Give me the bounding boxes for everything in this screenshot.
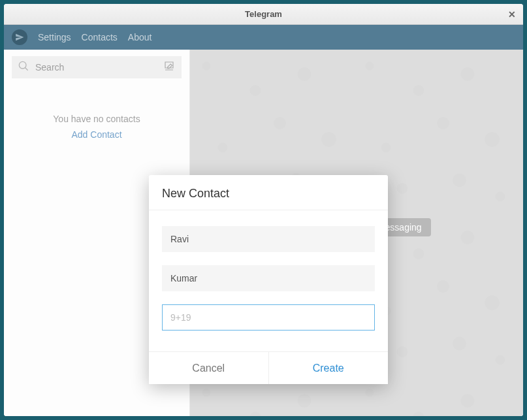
menubar: Settings Contacts About xyxy=(4,25,523,50)
close-window-button[interactable]: ✕ xyxy=(506,8,518,20)
app-window: Telegram ✕ Settings Contacts About xyxy=(4,4,523,416)
menu-settings[interactable]: Settings xyxy=(38,32,71,42)
menu-about[interactable]: About xyxy=(128,32,152,42)
modal-body xyxy=(149,210,388,351)
modal-footer: Cancel Create xyxy=(149,351,388,384)
new-contact-modal: New Contact Cancel Create xyxy=(149,175,388,384)
window-title: Telegram xyxy=(245,9,282,19)
menu-contacts[interactable]: Contacts xyxy=(82,32,118,42)
close-icon: ✕ xyxy=(508,9,516,20)
create-button[interactable]: Create xyxy=(269,352,389,384)
cancel-button[interactable]: Cancel xyxy=(149,352,269,384)
titlebar: Telegram ✕ xyxy=(4,4,523,25)
first-name-input[interactable] xyxy=(162,226,375,252)
modal-title: New Contact xyxy=(149,175,388,210)
last-name-input[interactable] xyxy=(162,265,375,291)
telegram-icon xyxy=(12,29,27,45)
content: You have no contacts Add Contact Select … xyxy=(4,50,523,416)
phone-input[interactable] xyxy=(162,304,375,331)
